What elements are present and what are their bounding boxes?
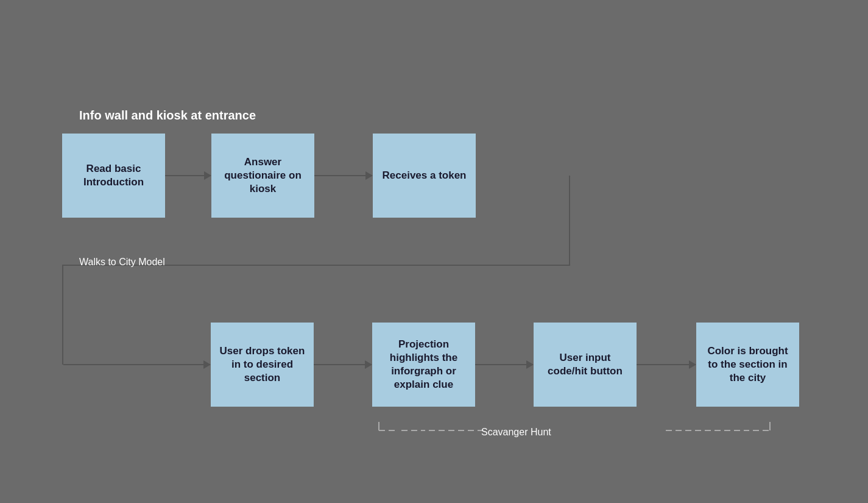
arrow-4 <box>475 360 534 369</box>
arrow-head-4 <box>526 360 534 369</box>
projection-highlights-label: Projection highlights the inforgraph or … <box>378 338 469 391</box>
arrow-head-walks <box>203 360 211 369</box>
user-drops-token-label: User drops token in to desired section <box>217 344 308 385</box>
receives-token-label: Receives a token <box>383 169 467 182</box>
arrow-line-4 <box>475 364 526 365</box>
color-brought-label: Color is brought to the section in the c… <box>702 344 793 385</box>
answer-questionaire-label: Answer questionaire on kiosk <box>217 155 308 196</box>
scavenger-hunt-bracket <box>376 422 772 440</box>
arrow-line-2 <box>314 175 365 176</box>
user-input-code-label: User input code/hit button <box>540 351 630 378</box>
arrow-line-5 <box>637 364 689 365</box>
arrow-2 <box>314 171 373 180</box>
diagram-container: Info wall and kiosk at entrance Read bas… <box>0 0 868 503</box>
connector-vertical-right <box>569 176 570 266</box>
projection-highlights-box: Projection highlights the inforgraph or … <box>372 323 475 407</box>
arrow-3 <box>314 360 372 369</box>
user-drops-token-box: User drops token in to desired section <box>211 323 314 407</box>
arrow-line-1 <box>165 175 204 176</box>
receives-token-box: Receives a token <box>373 134 476 218</box>
connector-vertical-left <box>62 265 63 365</box>
arrow-line-walks <box>63 364 203 365</box>
read-basic-box: Read basic Introduction <box>62 134 165 218</box>
arrow-head-5 <box>689 360 696 369</box>
read-basic-label: Read basic Introduction <box>68 162 159 189</box>
arrow-5 <box>637 360 696 369</box>
color-brought-box: Color is brought to the section in the c… <box>696 323 799 407</box>
walks-city-label: Walks to City Model <box>79 257 165 268</box>
arrow-line-3 <box>314 364 365 365</box>
answer-questionaire-box: Answer questionaire on kiosk <box>211 134 314 218</box>
arrow-head-2 <box>365 171 373 180</box>
arrow-walks <box>63 360 211 369</box>
user-input-code-box: User input code/hit button <box>534 323 637 407</box>
scavenger-hunt-label: Scavanger Hunt <box>481 427 551 438</box>
arrow-head-1 <box>204 171 211 180</box>
info-wall-label: Info wall and kiosk at entrance <box>79 109 256 123</box>
arrow-head-3 <box>365 360 372 369</box>
arrow-1 <box>165 171 211 180</box>
